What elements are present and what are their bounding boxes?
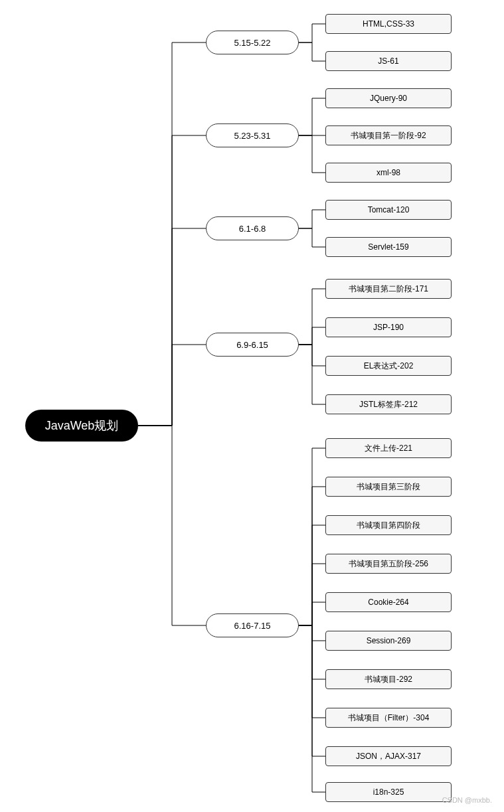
- leaf-node: JSON，AJAX-317: [325, 746, 452, 766]
- leaf-node: Servlet-159: [325, 237, 452, 257]
- leaf-node: JS-61: [325, 51, 452, 71]
- leaf-node: 书城项目第二阶段-171: [325, 279, 452, 299]
- leaf-node: Tomcat-120: [325, 200, 452, 220]
- branch-node: 6.1-6.8: [206, 216, 299, 240]
- leaf-node: 书城项目第一阶段-92: [325, 125, 452, 145]
- leaf-node: 文件上传-221: [325, 438, 452, 458]
- mindmap-canvas: JavaWeb规划 5.15-5.22 5.23-5.31 6.1-6.8 6.…: [0, 0, 504, 812]
- leaf-node: 书城项目第三阶段: [325, 477, 452, 497]
- branch-node: 6.9-6.15: [206, 333, 299, 357]
- branch-node: 5.23-5.31: [206, 123, 299, 147]
- branch-node: 6.16-7.15: [206, 613, 299, 637]
- leaf-node: 书城项目第四阶段: [325, 515, 452, 535]
- leaf-node: JSTL标签库-212: [325, 394, 452, 414]
- leaf-node: Session-269: [325, 631, 452, 651]
- leaf-node: EL表达式-202: [325, 356, 452, 376]
- leaf-node: i18n-325: [325, 782, 452, 802]
- leaf-node: JSP-190: [325, 317, 452, 337]
- watermark: CSDN @mxbb.: [442, 796, 492, 804]
- leaf-node: Cookie-264: [325, 592, 452, 612]
- leaf-node: 书城项目第五阶段-256: [325, 554, 452, 574]
- branch-node: 5.15-5.22: [206, 31, 299, 54]
- leaf-node: xml-98: [325, 163, 452, 183]
- leaf-node: 书城项目-292: [325, 669, 452, 689]
- leaf-node: HTML,CSS-33: [325, 14, 452, 34]
- root-node: JavaWeb规划: [25, 410, 138, 442]
- leaf-node: JQuery-90: [325, 88, 452, 108]
- leaf-node: 书城项目（Filter）-304: [325, 708, 452, 728]
